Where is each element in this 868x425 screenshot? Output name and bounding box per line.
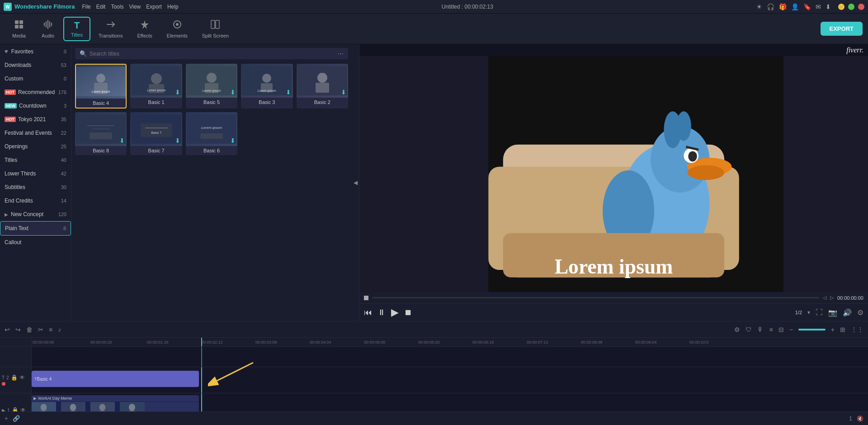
fullscreen-button[interactable]: ⛶ [816,308,823,316]
collapse-panel-button[interactable]: ◀ [352,44,359,321]
arrow-indicator [208,360,262,389]
menu-file[interactable]: File [82,4,90,10]
shield-icon[interactable]: 🛡 [745,326,752,333]
zoom-out-button[interactable]: − [789,326,793,333]
toolbar-transitions[interactable]: Transitions [92,17,129,41]
sidebar-item-openings[interactable]: Openings 25 [0,140,71,153]
title-item-basic6[interactable]: Lorem ipsum ⬇ Basic 6 [186,112,237,155]
sidebar-item-endcredits[interactable]: End Credits 14 [0,194,71,208]
video-thumb-1 [32,402,57,411]
sidebar-item-favorites[interactable]: ♥ Favorites 0 [0,44,71,58]
toolbar-elements[interactable]: Elements [160,17,194,41]
media-icon [14,19,24,32]
menu-edit[interactable]: Edit [96,4,106,10]
toolbar-split-label: Split Screen [202,33,229,38]
undo-button[interactable]: ↩ [5,326,10,333]
toolbar-effects[interactable]: Effects [131,17,158,41]
audio-button[interactable]: ♪ [58,326,61,333]
sun-icon[interactable]: ☀ [756,3,762,10]
title-eye-button[interactable]: 👁 [19,374,25,381]
sidebar-item-plaintext[interactable]: Plain Text 8 [0,221,71,236]
grid-view-icon[interactable]: ⋯ [338,50,344,57]
headset-icon[interactable]: 🎧 [767,3,774,10]
svg-point-28 [317,73,327,83]
sidebar-item-subtitles[interactable]: Subtitles 30 [0,180,71,194]
sidebar-item-custom[interactable]: Custom 0 [0,72,71,85]
minimize-button[interactable]: ─ [838,4,844,10]
user-icon[interactable]: 👤 [791,3,799,10]
zoom-in-button[interactable]: + [831,326,835,333]
snapshot-button[interactable]: 📷 [828,308,837,317]
preview-time: 00:00:00:00 [837,295,863,301]
sidebar-item-callout[interactable]: Callout [0,236,71,249]
close-button[interactable]: ✕ [858,4,864,10]
mic-icon[interactable]: 🎙 [757,326,764,333]
fit-button[interactable]: ⊞ [840,326,845,333]
title-item-basic1[interactable]: Lorem ipsum ⬇ Basic 1 [130,64,182,109]
sidebar-item-tokyo2021[interactable]: HOT Tokyo 2021 35 [0,113,71,126]
title-item-basic4[interactable]: Lorem ipsum Basic 4 [75,64,127,109]
sidebar-item-countdown[interactable]: NEW Countdown 3 [0,99,71,113]
search-input[interactable] [90,51,335,57]
volume-button[interactable]: 🔊 [843,308,852,317]
download-icon[interactable]: ⬇ [826,3,831,10]
toolbar-titles[interactable]: T Titles [63,17,90,41]
delete-button[interactable]: 🗑 [26,326,33,333]
settings-preview-button[interactable]: ⚙ [857,308,863,317]
split-button[interactable]: ⊟ [778,326,784,333]
title-item-basic8[interactable]: ⬇ Basic 8 [75,112,127,155]
video-lock-button[interactable]: 🔒 [12,407,19,411]
link-button[interactable]: 🔗 [13,415,20,422]
mute-button[interactable]: 🔇 [857,416,863,422]
gift-icon[interactable]: 🎁 [779,3,787,10]
mail-icon[interactable]: ✉ [816,3,821,10]
title-clip[interactable]: T Basic 4 [32,371,199,387]
maximize-button[interactable]: □ [848,4,854,10]
sidebar-item-recommended[interactable]: HOT Recommended 176 [0,85,71,99]
timeline-scrubber[interactable] [372,297,819,298]
playhead-dot[interactable] [364,296,368,300]
page-dropdown[interactable]: ▾ [807,309,810,316]
sidebar-item-newconcept[interactable]: ▶ New Concept 120 [0,208,71,221]
adjust-button[interactable]: ≡ [49,326,52,333]
video-eye-button[interactable]: 👁 [20,407,26,411]
sidebar-item-downloads[interactable]: Downloads 53 [0,58,71,72]
toolbar-split-screen[interactable]: Split Screen [196,17,235,41]
play-button[interactable]: ▶ [391,307,399,318]
bookmark-icon[interactable]: 🔖 [803,3,811,10]
toolbar-media[interactable]: Media [5,17,33,41]
title-lock-button[interactable]: 🔒 [11,374,18,381]
more-button[interactable]: ⋮⋮ [851,326,863,333]
settings-icon[interactable]: ⚙ [734,326,740,333]
frame-back-button[interactable]: ⏸ [377,308,386,317]
video-clip-label: WorkAt Day Meme [38,396,72,401]
menu-tools[interactable]: Tools [111,4,123,10]
timeline-tracks-scroll[interactable]: 00:00:00:00 00:00:00:20 00:00:01:16 00:0… [32,338,868,411]
sidebar-item-festival[interactable]: Festival and Events 22 [0,126,71,140]
export-button[interactable]: EXPORT [821,22,863,36]
svg-point-20 [207,73,217,83]
menu-export[interactable]: Export [146,4,162,10]
cut-button[interactable]: ✂ [38,326,43,333]
add-media-button[interactable]: + [5,415,8,422]
title-item-basic3[interactable]: Lorem ipsum ⬇ Basic 3 [241,64,292,109]
captions-icon[interactable]: ≡ [769,326,773,333]
sidebar-item-titles[interactable]: Titles 40 [0,153,71,167]
toolbar-audio[interactable]: Audio [34,17,61,41]
svg-rect-5 [19,25,23,28]
toolbar: Media Audio T Titles Transitions Effects… [0,14,868,44]
title-item-basic2[interactable]: ⬇ Basic 2 [297,64,348,109]
stop-button[interactable]: ⏹ [404,308,412,317]
svg-point-49 [688,165,725,180]
menu-view[interactable]: View [129,4,141,10]
sidebar-item-lowerthirds[interactable]: Lower Thirds 42 [0,167,71,180]
zoom-slider[interactable] [798,329,826,331]
toolbar-elements-label: Elements [167,33,188,38]
title-item-basic7[interactable]: Basic 7 ⬇ Basic 7 [130,112,182,155]
video-clip[interactable]: ▶ WorkAt Day Meme [32,395,199,411]
redo-button[interactable]: ↪ [15,326,21,333]
timeline-toolbar: ↩ ↪ 🗑 ✂ ≡ ♪ ⚙ 🛡 🎙 ≡ ⊟ − + ⊞ ⋮⋮ [0,321,868,338]
menu-help[interactable]: Help [167,4,179,10]
title-item-basic5[interactable]: Lorem ipsum ⬇ Basic 5 [186,64,237,109]
skip-back-button[interactable]: ⏮ [364,308,372,317]
